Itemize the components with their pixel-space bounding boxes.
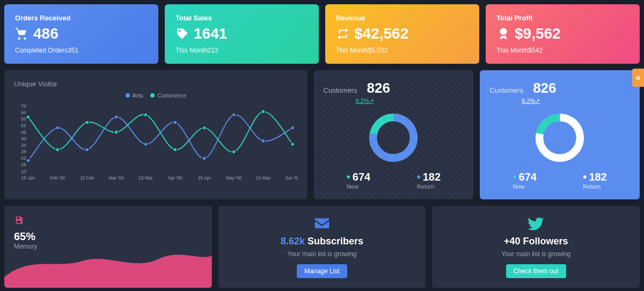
svg-text:Apr '00: Apr '00 [168,175,182,181]
svg-text:70: 70 [21,103,26,109]
legend-commerce[interactable]: Commerce [150,92,186,99]
donut-chart [324,111,464,165]
memory-panel: 65% Memory [4,206,212,288]
dot-icon [126,93,130,98]
customers-footer: 674New 182Return [324,171,464,190]
repeat-icon [336,27,350,41]
dot-icon [150,93,155,98]
customers-pct: 8.2%↗ [522,98,630,105]
svg-text:Feb '00: Feb '00 [50,175,65,181]
memory-wave [4,240,212,288]
followers-title: +40 Followers [504,236,568,247]
svg-point-23 [85,148,89,152]
customers-panel-dark: Customers 826 8.2%↗ 674New 182Return [314,70,474,199]
svg-point-29 [261,139,265,143]
svg-text:15 Feb: 15 Feb [80,175,94,181]
svg-text:34: 34 [21,143,26,148]
stat-number: $9,562 [515,25,561,42]
subscribers-panel: 8.62k Subscribers Your main list is grow… [218,206,426,288]
save-icon [14,215,24,225]
followers-sub: Your main list is growing [501,250,570,258]
svg-point-40 [291,143,295,146]
stat-title: Total Profit [496,14,629,22]
customers-value: 826 [533,80,556,96]
svg-text:28: 28 [21,149,26,154]
stat-value: 486 [15,25,148,42]
subscribers-sub: Your main list is growing [288,250,357,258]
customers-pct: 8.2%↗ [356,98,464,105]
chart-legend: Arts Commerce [14,92,298,99]
stat-value: $42,562 [336,25,469,42]
stat-sub: This Month213 [175,47,308,54]
svg-point-31 [26,115,30,119]
svg-text:Jun '00: Jun '00 [286,175,298,181]
svg-text:40: 40 [21,136,26,141]
svg-point-37 [203,126,207,130]
customers-panel-blue: Customers 826 8.2%↗ 674New 182Return [480,70,640,199]
svg-text:46: 46 [21,130,26,135]
customers-header: Customers 826 [489,80,630,96]
side-drawer-toggle[interactable]: « [632,69,644,87]
stat-number: $42,562 [354,25,408,42]
bottom-row: 65% Memory 8.62k Subscribers Your main l… [4,206,640,288]
stat-number: 486 [33,25,58,42]
mail-icon [313,215,331,233]
svg-point-27 [203,156,207,160]
stat-total-profit[interactable]: Total Profit $9,562 This Month$542 [486,4,640,64]
tag-icon [175,27,189,41]
svg-point-26 [173,121,177,124]
stat-title: Total Sales [175,14,308,22]
svg-point-38 [232,150,236,154]
badge-icon [496,27,510,41]
svg-text:16: 16 [21,162,26,167]
line-chart-svg: 101622283440465258647015 JanFeb '0015 Fe… [14,101,298,184]
svg-text:15 Mar: 15 Mar [138,175,153,181]
twitter-icon [528,215,545,233]
svg-point-22 [56,126,60,130]
stat-value: $9,562 [496,25,629,42]
svg-text:10: 10 [21,169,26,174]
customers-label: Customers [489,86,523,94]
stat-orders-received[interactable]: Orders Received 486 Completed Orders351 [4,4,158,64]
stat-total-sales[interactable]: Total Sales 1641 This Month213 [165,4,319,64]
svg-point-34 [114,130,118,134]
stat-value: 1641 [175,25,308,42]
legend-arts[interactable]: Arts [126,92,143,99]
customers-return: 182Return [417,171,441,190]
customers-value: 826 [367,80,390,96]
chart-title: Unique Visitor [14,80,298,88]
customers-footer: 674New 182Return [489,171,630,190]
svg-point-24 [114,115,118,119]
customers-new: 674New [347,171,370,190]
svg-point-25 [144,143,148,146]
customers-label: Customers [324,86,357,94]
stat-title: Orders Received [15,14,148,22]
svg-text:22: 22 [21,155,26,161]
svg-point-35 [144,113,148,117]
stat-revenue[interactable]: Revenue $42,562 This Month$5,032 [325,4,479,64]
svg-text:15 Apr: 15 Apr [198,175,211,181]
svg-point-21 [26,159,30,162]
unique-visitor-chart: Unique Visitor Arts Commerce 10162228344… [4,70,308,199]
svg-text:58: 58 [21,116,26,122]
svg-point-32 [56,148,60,152]
svg-text:15 Jan: 15 Jan [21,175,35,181]
svg-point-28 [232,113,236,117]
stat-title: Revenue [336,14,469,22]
subscribers-title: 8.62k Subscribers [281,236,363,247]
stat-sub: This Month$542 [496,47,629,54]
donut-chart [489,111,630,165]
stat-number: 1641 [194,25,227,42]
cart-icon [15,27,29,41]
svg-text:Mar '00: Mar '00 [109,175,124,181]
svg-text:15 May: 15 May [256,175,272,181]
stat-sub: Completed Orders351 [15,47,148,54]
svg-point-33 [85,121,89,124]
stats-row: Orders Received 486 Completed Orders351 … [4,4,640,64]
svg-text:64: 64 [21,110,26,115]
manage-list-button[interactable]: Manage List [297,264,347,278]
middle-row: Unique Visitor Arts Commerce 10162228344… [4,70,640,199]
customers-return: 182Return [583,171,606,190]
check-them-out-button[interactable]: Check them out [506,264,566,278]
customers-new: 674New [513,171,537,190]
